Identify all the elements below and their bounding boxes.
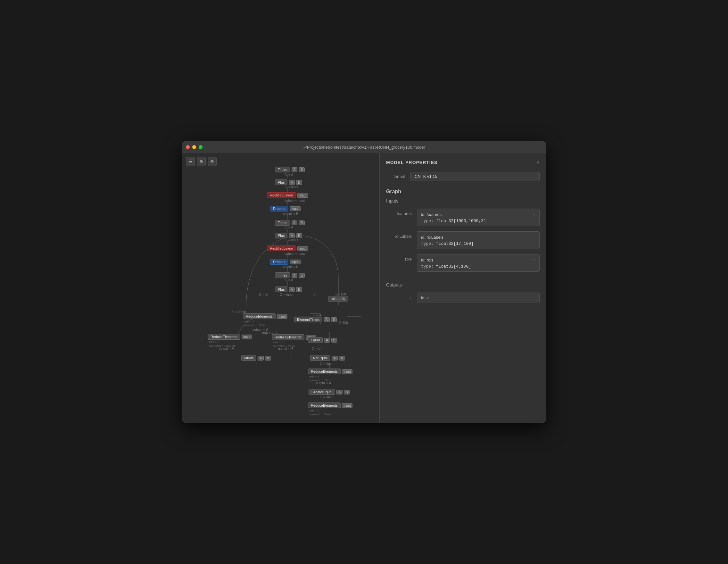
- node-label-roilabels: roiLabels: [328, 296, 348, 302]
- node-reduce-elements-1[interactable]: ReduceElements input axis = 1 operation …: [243, 313, 287, 327]
- input-roilabels-details: id: roiLabels − type: float32[17,100]: [417, 231, 540, 249]
- node-reduce-bottom-2[interactable]: ReduceElements input axis = 0 operation …: [308, 402, 352, 416]
- zoom-out-button[interactable]: ⊖: [208, 157, 217, 166]
- collapse-roilabels-button[interactable]: −: [533, 234, 535, 240]
- zoom-out-icon: ⊖: [210, 159, 214, 164]
- node-label-reduce-left: ReduceElements: [208, 334, 240, 340]
- input-rois-details: id: rois − type: float32[4,100]: [417, 254, 540, 272]
- node-dropout-1[interactable]: Dropout input: [270, 206, 301, 211]
- format-row: format CNTK v1.15: [386, 172, 540, 181]
- node-relu-1[interactable]: RectifiedLinear input: [267, 192, 308, 198]
- edge-label-5: C ⇨ A: [285, 226, 293, 229]
- section-divider: [386, 277, 540, 277]
- node-label-greaterequal: GreaterEqual: [309, 389, 335, 395]
- input-features-type: type: float32[1000,1000,3]: [421, 219, 535, 223]
- edge-label-cb: C ⇨ B: [259, 293, 268, 296]
- edge-label-9: C ⇨ A: [285, 278, 293, 282]
- node-plus-3[interactable]: Plus A B: [275, 286, 302, 292]
- input-roilabels-id: id: roiLabels: [421, 235, 443, 240]
- node-label-times-1: Times: [275, 167, 290, 172]
- maximize-button[interactable]: [199, 145, 203, 149]
- menu-button[interactable]: ☰: [186, 157, 195, 166]
- node-element-times[interactable]: ElementTimes A B: [294, 317, 337, 322]
- node-label-reduce-b1: ReduceElements: [308, 369, 341, 374]
- output-z: z id: z: [386, 293, 540, 303]
- edge-label-cinput: C ⇨ input: [280, 293, 293, 296]
- inputs-section-title: Inputs: [386, 198, 540, 203]
- collapse-features-button[interactable]: −: [533, 211, 535, 217]
- edge-label-7: output ⇨ input: [285, 252, 305, 255]
- node-relu-2[interactable]: RectifiedLinear input: [267, 245, 308, 251]
- node-reduce-elements-left[interactable]: ReduceElements input axis = 1 operation …: [208, 334, 252, 347]
- node-label-dropout-2: Dropout: [270, 259, 288, 265]
- traffic-lights: [186, 145, 203, 149]
- node-minus[interactable]: Minus A B: [241, 355, 271, 361]
- edge-label-cinput-r1: C ⇨ input: [232, 310, 246, 314]
- node-label-minus: Minus: [241, 355, 256, 361]
- graph-toolbar: ☰ ⊕ ⊖: [186, 157, 217, 166]
- node-label-relu-2: RectifiedLinear: [267, 245, 296, 251]
- node-attr-reduce-1-axis: axis = 1: [243, 320, 287, 323]
- edge-label-eqb: C ⇨ B: [312, 347, 320, 350]
- node-equal[interactable]: Equal A B: [308, 337, 337, 343]
- node-label-relu-1: RectifiedLinear: [267, 192, 296, 198]
- input-features-details: id: features − type: float32[1000,1000,3…: [417, 209, 540, 226]
- window-title: ~/Projects/netron/test/data/cntk/v1/Fast…: [303, 145, 425, 150]
- close-button[interactable]: [186, 145, 190, 149]
- node-attr-reduce-1-op: operation = 'Max': [243, 324, 287, 327]
- input-rois-type: type: float32[4,100]: [421, 264, 535, 269]
- node-plus-1[interactable]: Plus A B: [275, 179, 302, 185]
- node-times-2[interactable]: Times A B: [275, 220, 305, 226]
- edge-label-3: output ⇨ input: [285, 199, 305, 202]
- edge-label-outb-2: output ⇨ B: [261, 331, 277, 335]
- output-z-label: z: [386, 293, 412, 300]
- node-label-reduce-b2: ReduceElements: [308, 402, 341, 408]
- edge-label-outa: output ⇨ A: [219, 347, 234, 350]
- collapse-rois-button[interactable]: −: [533, 257, 535, 263]
- node-attr-rb1-axis: axis = 1: [308, 375, 352, 378]
- edge-label-cinput-ne: C ⇨ input: [320, 362, 333, 366]
- input-features-label: features: [386, 209, 412, 216]
- node-label-reduce-1: ReduceElements: [243, 313, 276, 319]
- node-times-3[interactable]: Times A B: [275, 272, 305, 278]
- node-label-times-2: Times: [275, 220, 290, 226]
- input-roilabels-label: roiLabels: [386, 231, 412, 239]
- graph-canvas[interactable]: Times A B C ⇨ A Plus A B C ⇨ input Recti…: [182, 153, 379, 423]
- node-label-dropout-1: Dropout: [270, 206, 288, 211]
- outputs-section-title: Outputs: [386, 282, 540, 287]
- properties-header: MODEL PROPERTIES ×: [386, 160, 540, 165]
- node-times-1[interactable]: Times A B: [275, 167, 305, 172]
- minimize-button[interactable]: [192, 145, 196, 149]
- edge-label-6: C ⇨ input: [285, 238, 298, 242]
- node-roilabels[interactable]: roiLabels: [328, 296, 348, 302]
- node-greaterequal[interactable]: GreaterEqual A B: [309, 389, 350, 395]
- graph-panel: ☰ ⊕ ⊖: [182, 153, 379, 423]
- input-roilabels: roiLabels id: roiLabels − type: float32[…: [386, 231, 540, 249]
- output-z-id: id: z: [421, 295, 535, 300]
- format-value: CNTK v1.15: [410, 172, 540, 181]
- node-label-times-3: Times: [275, 272, 290, 278]
- node-notequal[interactable]: NotEqual A B: [310, 355, 345, 361]
- properties-panel: MODEL PROPERTIES × format CNTK v1.15 Gra…: [379, 153, 546, 423]
- node-label-equal: Equal: [308, 337, 323, 343]
- titlebar: ~/Projects/netron/test/data/cntk/v1/Fast…: [182, 141, 546, 153]
- node-dropout-2[interactable]: Dropout input: [270, 259, 301, 265]
- node-label-plus-3: Plus: [275, 286, 287, 292]
- input-rois: rois id: rois − type: float32[4,100]: [386, 254, 540, 272]
- edge-label-17x100: 17×100: [335, 293, 346, 296]
- graph-section-title: Graph: [386, 189, 540, 195]
- input-rois-header: id: rois −: [421, 257, 535, 263]
- node-label-reduce-2: ReduceElements: [272, 334, 304, 340]
- close-properties-button[interactable]: ×: [536, 160, 540, 165]
- app-window: ~/Projects/netron/test/data/cntk/v1/Fast…: [182, 141, 546, 423]
- node-attr-reduce-left-axis: axis = 1: [208, 340, 252, 344]
- node-plus-2[interactable]: Plus A B: [275, 233, 302, 238]
- node-label-notequal: NotEqual: [310, 355, 330, 361]
- node-reduce-bottom-1[interactable]: ReduceElements input axis = 1 operation …: [308, 369, 352, 382]
- edge-label-outb-3: output ⇨ B: [278, 347, 294, 351]
- node-label-plus-2: Plus: [275, 233, 287, 238]
- zoom-in-button[interactable]: ⊕: [197, 157, 206, 166]
- edge-label-outa-2: output ⇨ A: [316, 381, 331, 385]
- input-features-id: id: features: [421, 212, 442, 217]
- properties-title: MODEL PROPERTIES: [386, 160, 437, 165]
